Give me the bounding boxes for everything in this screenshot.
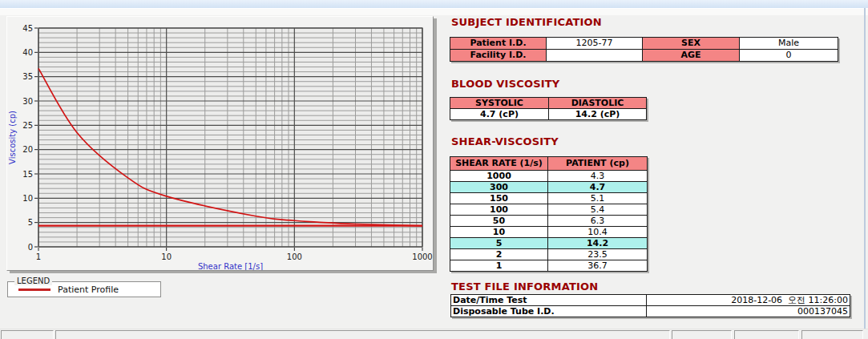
testfile-label: Date/Time Test (451, 295, 647, 306)
testfile-row: Date/Time Test2018-12-06 오전 11:26:00 (451, 295, 850, 306)
status-bar (0, 329, 868, 339)
shear-rate-cell: 10 (450, 227, 548, 238)
svg-text:Shear Rate [1/s]: Shear Rate [1/s] (198, 262, 263, 270)
svg-text:15: 15 (22, 170, 33, 179)
svg-text:10: 10 (161, 252, 172, 261)
shear-patient-cell: 23.5 (548, 249, 648, 260)
status-segment (1, 330, 54, 339)
blood-header-row: SYSTOLICDIASTOLIC (450, 98, 647, 109)
blood-value-cell: 4.7 (cP) (450, 109, 549, 120)
svg-text:Viscosity (cp): Viscosity (cp) (8, 111, 17, 164)
shear-rate-cell: 300 (450, 182, 548, 193)
shear-rate-cell: 50 (450, 216, 548, 227)
testfile-row: Disposable Tube I.D.000137045 (451, 306, 850, 317)
shear-patient-cell: 14.2 (548, 238, 648, 249)
viscosity-report-screen: 0510152025303540451101001000Shear Rate [… (0, 0, 868, 339)
subject-value: 1205-77 (547, 38, 643, 50)
svg-text:35: 35 (22, 72, 33, 81)
shear-viscosity-table: SHEAR RATE (1/s)PATIENT (cp)10004.33004.… (450, 156, 648, 272)
testfile-value: 000137045 (647, 306, 850, 317)
subject-value: Male (740, 38, 838, 50)
subject-label: SEX (643, 38, 740, 50)
legend-series-label: Patient Profile (58, 285, 119, 295)
shear-header-cell: PATIENT (cp) (548, 157, 648, 171)
legend-line-swatch (18, 289, 50, 291)
shear-patient-cell: 5.1 (548, 193, 648, 204)
svg-text:5: 5 (28, 218, 33, 227)
legend-box: LEGEND Patient Profile (7, 281, 161, 297)
blood-header-cell: DIASTOLIC (549, 98, 647, 109)
shear-rate-cell: 1 (450, 260, 548, 272)
svg-text:20: 20 (22, 145, 33, 154)
shear-patient-cell: 4.3 (548, 171, 648, 182)
subject-value (547, 50, 643, 62)
blood-viscosity-title: BLOOD VISCOSITY (451, 78, 559, 90)
subject-label: Facility I.D. (450, 50, 547, 62)
window-top-strip (0, 0, 868, 9)
shear-rate-cell: 1000 (450, 171, 548, 182)
svg-text:1: 1 (36, 252, 41, 261)
status-segment (734, 330, 799, 339)
blood-value-row: 4.7 (cP)14.2 (cP) (450, 109, 647, 120)
legend-caption: LEGEND (14, 276, 52, 285)
subject-identification-title: SUBJECT IDENTIFICATION (451, 16, 602, 28)
status-segment (55, 330, 670, 339)
testfile-value: 2018-12-06 오전 11:26:00 (647, 295, 850, 306)
shear-row: 136.7 (450, 260, 648, 272)
blood-header-cell: SYSTOLIC (450, 98, 549, 109)
shear-patient-cell: 10.4 (548, 227, 648, 238)
shear-viscosity-title: SHEAR-VISCOSITY (451, 135, 559, 147)
shear-row: 10004.3 (450, 171, 648, 182)
shear-header-cell: SHEAR RATE (1/s) (450, 157, 548, 171)
window-right-border (864, 8, 866, 339)
shear-row: 3004.7 (450, 182, 648, 193)
shear-rate-cell: 5 (450, 238, 548, 249)
svg-text:0: 0 (28, 243, 33, 252)
shear-row: 514.2 (450, 238, 648, 249)
subject-row: Facility I.D.AGE0 (450, 50, 838, 62)
shear-patient-cell: 5.4 (548, 204, 648, 216)
subject-label: Patient I.D. (450, 38, 547, 50)
shear-rate-cell: 150 (450, 193, 548, 204)
svg-text:40: 40 (22, 48, 33, 57)
status-segment (672, 330, 732, 339)
shear-row: 1005.4 (450, 204, 648, 216)
svg-text:1000: 1000 (412, 252, 432, 261)
blood-viscosity-table: SYSTOLICDIASTOLIC4.7 (cP)14.2 (cP) (450, 97, 647, 120)
svg-text:30: 30 (22, 97, 33, 106)
shear-row: 223.5 (450, 249, 648, 260)
shear-row: 506.3 (450, 216, 648, 227)
testfile-label: Disposable Tube I.D. (451, 306, 647, 317)
shear-row: 1505.1 (450, 193, 648, 204)
shear-patient-cell: 6.3 (548, 216, 648, 227)
svg-text:25: 25 (22, 121, 33, 130)
shear-patient-cell: 36.7 (548, 260, 648, 272)
shear-header-row: SHEAR RATE (1/s)PATIENT (cp) (450, 157, 648, 171)
svg-text:10: 10 (22, 194, 33, 203)
shear-viscosity-chart: 0510152025303540451101001000Shear Rate [… (7, 17, 433, 270)
subject-label: AGE (643, 50, 740, 62)
test-file-information-title: TEST FILE INFORMATION (451, 280, 598, 293)
subject-row: Patient I.D.1205-77SEXMale (450, 38, 838, 50)
subject-value: 0 (740, 50, 838, 62)
window-sub-strip (0, 9, 868, 15)
subject-identification-table: Patient I.D.1205-77SEXMaleFacility I.D.A… (450, 37, 838, 62)
test-file-information-table: Date/Time Test2018-12-06 오전 11:26:00Disp… (450, 294, 850, 317)
shear-rate-cell: 2 (450, 249, 548, 260)
svg-text:100: 100 (287, 252, 302, 261)
shear-rate-cell: 100 (450, 204, 548, 216)
svg-text:45: 45 (22, 24, 33, 33)
shear-patient-cell: 4.7 (548, 182, 648, 193)
blood-value-cell: 14.2 (cP) (549, 109, 647, 120)
shear-row: 1010.4 (450, 227, 648, 238)
chart-panel: 0510152025303540451101001000Shear Rate [… (6, 16, 434, 271)
status-segment (801, 330, 863, 339)
